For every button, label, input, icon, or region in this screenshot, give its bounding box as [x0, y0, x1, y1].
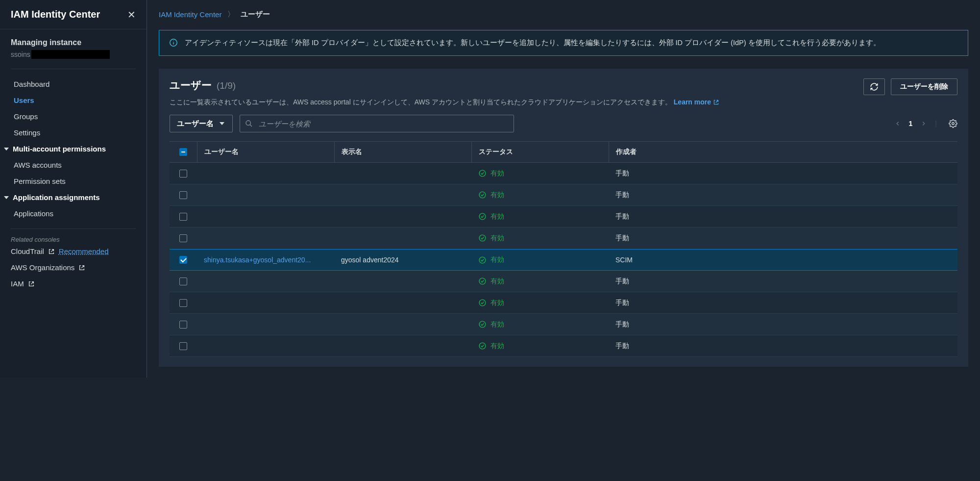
cell-display-name: gyosol advent2024: [334, 256, 471, 264]
cell-status: 有効: [471, 212, 609, 221]
table-row[interactable]: 有効手動: [170, 184, 957, 206]
managing-instance-id: ssoins: [11, 50, 136, 59]
sidebar: IAM Identity Center ✕ Managing instance …: [0, 0, 147, 378]
chevron-right-icon: [920, 120, 927, 127]
check-circle-icon: [478, 169, 487, 177]
external-link-icon: [713, 99, 719, 105]
cell-created-by: SCIM: [609, 256, 957, 264]
row-checkbox[interactable]: [179, 234, 187, 242]
row-checkbox[interactable]: [179, 213, 187, 221]
learn-more-link[interactable]: Learn more: [674, 98, 719, 106]
info-icon: [169, 38, 178, 47]
main-content: IAM Identity Center 〉 ユーザー アイデンティティソースは現…: [147, 0, 980, 378]
svg-point-6: [479, 170, 486, 177]
page-number: 1: [909, 120, 913, 127]
chevron-down-icon: [4, 196, 9, 199]
table-settings-button[interactable]: [949, 119, 957, 128]
info-banner: アイデンティティソースは現在「外部 ID プロバイダー」として設定されています。…: [159, 30, 968, 56]
svg-point-2: [173, 41, 173, 41]
cell-created-by: 手動: [609, 191, 957, 200]
chevron-down-icon: [220, 122, 224, 125]
search-input[interactable]: [258, 119, 509, 128]
table-row[interactable]: 有効手動: [170, 163, 957, 184]
row-checkbox[interactable]: [179, 299, 187, 307]
nav-section-multi-account[interactable]: Multi-account permissions: [0, 141, 147, 157]
check-circle-icon: [478, 234, 487, 242]
table-row[interactable]: 有効手動: [170, 314, 957, 335]
cell-created-by: 手動: [609, 212, 957, 221]
table-row[interactable]: 有効手動: [170, 206, 957, 228]
sidebar-title: IAM Identity Center: [11, 9, 100, 20]
page-next-button[interactable]: [920, 120, 927, 127]
breadcrumb: IAM Identity Center 〉 ユーザー: [159, 10, 968, 19]
cell-created-by: 手動: [609, 277, 957, 286]
row-checkbox[interactable]: [179, 191, 187, 199]
page-prev-button[interactable]: [894, 120, 901, 127]
chevron-left-icon: [894, 120, 901, 127]
nav-permission-sets[interactable]: Permission sets: [0, 173, 147, 189]
nav-groups[interactable]: Groups: [0, 108, 147, 125]
row-checkbox[interactable]: [179, 170, 187, 177]
cell-status: 有効: [471, 277, 609, 286]
recommended-link[interactable]: Recommended: [59, 247, 109, 255]
svg-point-3: [246, 121, 250, 125]
table-row[interactable]: 有効手動: [170, 271, 957, 292]
svg-point-5: [952, 123, 955, 125]
check-circle-icon: [478, 277, 487, 285]
nav-settings[interactable]: Settings: [0, 125, 147, 141]
cell-created-by: 手動: [609, 169, 957, 178]
breadcrumb-root[interactable]: IAM Identity Center: [159, 10, 221, 19]
row-checkbox[interactable]: [179, 278, 187, 285]
delete-user-button[interactable]: ユーザーを削除: [891, 78, 957, 95]
cell-status: 有効: [471, 169, 609, 178]
user-link[interactable]: shinya.tsukasa+gyosol_advent20...: [204, 256, 311, 264]
table-header: ユーザー名 表示名 ステータス 作成者: [170, 141, 957, 163]
col-status[interactable]: ステータス: [471, 142, 609, 162]
cell-created-by: 手動: [609, 342, 957, 351]
col-created-by[interactable]: 作成者: [609, 142, 957, 162]
svg-point-12: [479, 300, 486, 306]
external-link-icon: [28, 280, 35, 287]
check-circle-icon: [478, 299, 487, 307]
cell-username: shinya.tsukasa+gyosol_advent20...: [197, 256, 334, 264]
svg-point-9: [479, 235, 486, 241]
cell-status: 有効: [471, 234, 609, 243]
nav-section-application-assignments[interactable]: Application assignments: [0, 189, 147, 205]
table-row[interactable]: 有効手動: [170, 292, 957, 314]
external-link-icon: [48, 248, 55, 255]
gear-icon: [949, 119, 957, 128]
panel-description: ここに一覧表示されているユーザーは、AWS access portal にサイン…: [170, 98, 957, 107]
refresh-button[interactable]: [863, 78, 885, 95]
close-icon[interactable]: ✕: [127, 10, 136, 20]
svg-point-8: [479, 213, 486, 220]
row-checkbox[interactable]: [179, 256, 187, 264]
svg-point-13: [479, 321, 486, 328]
check-circle-icon: [478, 320, 487, 329]
nav-dashboard[interactable]: Dashboard: [0, 76, 147, 92]
filter-attribute-dropdown[interactable]: ユーザー名: [170, 115, 233, 132]
external-link-icon: [78, 264, 85, 271]
table-row[interactable]: 有効手動: [170, 335, 957, 357]
nav-users[interactable]: Users: [0, 92, 147, 108]
related-aws-organizations[interactable]: AWS Organizations: [11, 263, 74, 272]
check-circle-icon: [478, 342, 487, 350]
nav-applications[interactable]: Applications: [0, 205, 147, 222]
svg-point-10: [479, 257, 486, 263]
panel-title: ユーザー: [170, 78, 212, 92]
table-row[interactable]: shinya.tsukasa+gyosol_advent20...gyosol …: [170, 249, 957, 271]
row-checkbox[interactable]: [179, 321, 187, 329]
table-row[interactable]: 有効手動: [170, 228, 957, 249]
cell-created-by: 手動: [609, 320, 957, 329]
search-box[interactable]: [240, 115, 514, 132]
info-banner-text: アイデンティティソースは現在「外部 ID プロバイダー」として設定されています。…: [185, 37, 881, 49]
select-all-checkbox[interactable]: [179, 148, 187, 156]
redacted-instance-id: [31, 50, 110, 59]
cell-status: 有効: [471, 299, 609, 307]
col-display-name[interactable]: 表示名: [334, 142, 471, 162]
panel-count: (1/9): [217, 80, 236, 91]
nav-aws-accounts[interactable]: AWS accounts: [0, 157, 147, 173]
col-username[interactable]: ユーザー名: [197, 142, 334, 162]
related-cloudtrail[interactable]: CloudTrail: [11, 247, 44, 255]
related-iam[interactable]: IAM: [11, 279, 24, 288]
row-checkbox[interactable]: [179, 342, 187, 350]
